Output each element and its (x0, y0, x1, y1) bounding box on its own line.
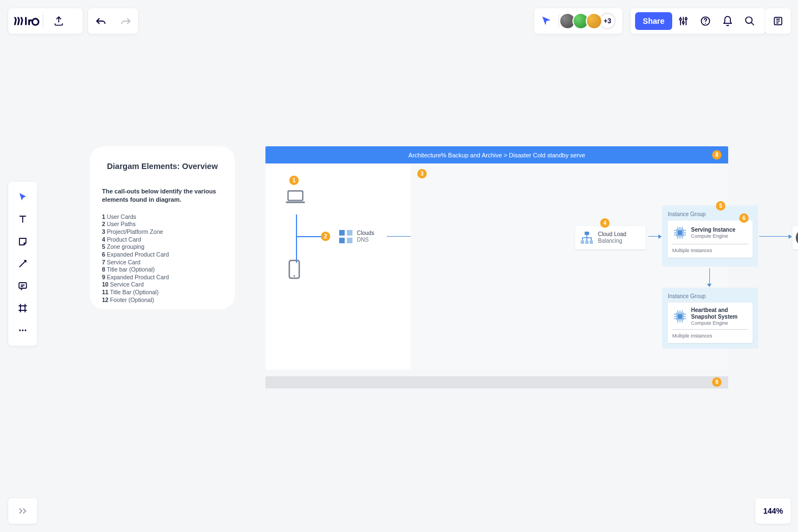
dns-icon (337, 228, 354, 245)
svg-point-4 (685, 18, 687, 19)
left-toolbar (8, 182, 37, 346)
platform-zone: 3 Cloud LoadBalancing 4 Instance Group S… (411, 163, 728, 370)
side-panel-toggle[interactable] (765, 8, 791, 34)
svg-point-3 (682, 22, 684, 23)
miro-logo[interactable] (8, 16, 43, 27)
instance-group-label: Instance Group (668, 293, 753, 299)
svg-rect-20 (347, 238, 352, 243)
topbar-logo-group (8, 8, 83, 34)
text-tool[interactable] (12, 208, 34, 231)
callout-badge: 8 (712, 150, 722, 160)
svg-rect-31 (678, 314, 682, 319)
compute-engine-icon (672, 309, 688, 324)
callout-badge: 5 (716, 201, 725, 211)
diagram-titlebar: Architecture% Backup and Archive > Disas… (265, 146, 728, 163)
select-tool[interactable] (12, 186, 34, 208)
callout-badge: 3 (417, 169, 427, 178)
user-path (296, 214, 297, 263)
disk-icon (796, 229, 798, 246)
zoom-indicator[interactable]: 144% (755, 498, 791, 524)
svg-rect-26 (678, 231, 682, 235)
callout-badge: 4 (600, 218, 610, 228)
callout-badge: 2 (321, 232, 330, 241)
svg-point-7 (746, 17, 753, 24)
compute-engine-icon (672, 225, 688, 241)
svg-rect-17 (339, 230, 345, 236)
callout-badge: 9 (712, 377, 722, 387)
heartbeat-card: Heartbeat and Snapshot SystemCompute Eng… (668, 303, 753, 343)
svg-point-16 (294, 275, 295, 277)
snapshot-card: PersistentDisk Snapshot (792, 226, 798, 249)
svg-rect-24 (590, 241, 593, 244)
svg-rect-19 (347, 230, 352, 236)
more-tools[interactable] (12, 319, 34, 341)
toolbar-expand-button[interactable] (8, 498, 37, 524)
svg-point-1 (32, 19, 38, 25)
diagram-body: 1 2 CloudsDNS 3 (265, 163, 728, 370)
svg-point-10 (19, 330, 21, 331)
frame-tool[interactable] (12, 297, 34, 319)
user-zone: 1 2 CloudsDNS (265, 163, 411, 370)
svg-point-12 (25, 330, 27, 331)
legend-card[interactable]: Diargam Elements: Overview The call-outs… (90, 146, 235, 309)
undo-redo-group (88, 8, 138, 34)
lb-icon (579, 229, 595, 246)
svg-rect-23 (585, 241, 589, 244)
svg-rect-9 (19, 283, 26, 288)
diagram-footer: 9 (265, 376, 728, 388)
svg-rect-18 (339, 238, 345, 243)
redo-button[interactable] (115, 10, 137, 32)
svg-rect-14 (286, 202, 305, 203)
svg-rect-21 (585, 232, 589, 235)
load-balancer-card: Cloud LoadBalancing (575, 226, 646, 249)
arrow (759, 236, 791, 237)
laptop-icon (285, 188, 306, 207)
dns-card: CloudsDNS (337, 228, 374, 245)
export-button[interactable] (43, 16, 74, 27)
help-button[interactable] (694, 10, 717, 32)
serving-instance-card: Serving InstanceCompute Engine Multiple … (668, 221, 753, 258)
share-button[interactable]: Share (635, 12, 672, 30)
presence-cursor-icon[interactable] (541, 16, 552, 27)
line-tool[interactable] (12, 253, 34, 275)
undo-button[interactable] (90, 10, 112, 32)
arrow (648, 236, 661, 237)
svg-point-6 (705, 23, 706, 24)
instance-group-heartbeat: Instance Group Heartbeat and Snapshot Sy… (662, 288, 758, 349)
phone-icon (286, 259, 303, 283)
notifications-button[interactable] (717, 10, 739, 32)
settings-button[interactable] (672, 10, 694, 32)
search-button[interactable] (739, 10, 761, 32)
legend-subtitle: The call-outs below identify the various… (102, 187, 223, 204)
legend-list: 1 User Cards 2 User Paths 3 Project/Plat… (102, 213, 223, 304)
sticky-note-tool[interactable] (12, 231, 34, 253)
arrow (709, 268, 710, 287)
svg-rect-13 (288, 191, 303, 201)
svg-point-11 (22, 330, 24, 331)
svg-rect-22 (581, 241, 584, 244)
collaborators-panel: +3 (534, 8, 622, 34)
legend-title: Diargam Elements: Overview (102, 162, 223, 171)
architecture-diagram[interactable]: Architecture% Backup and Archive > Disas… (265, 146, 728, 388)
collaborator-avatar[interactable] (586, 13, 602, 29)
svg-rect-0 (25, 17, 27, 25)
callout-badge: 1 (289, 176, 299, 185)
diagram-title: Architecture% Backup and Archive > Disas… (408, 152, 585, 158)
svg-point-2 (679, 18, 681, 20)
comment-tool[interactable] (12, 275, 34, 297)
topbar-actions: Share (631, 8, 765, 34)
callout-badge: 6 (739, 213, 749, 223)
